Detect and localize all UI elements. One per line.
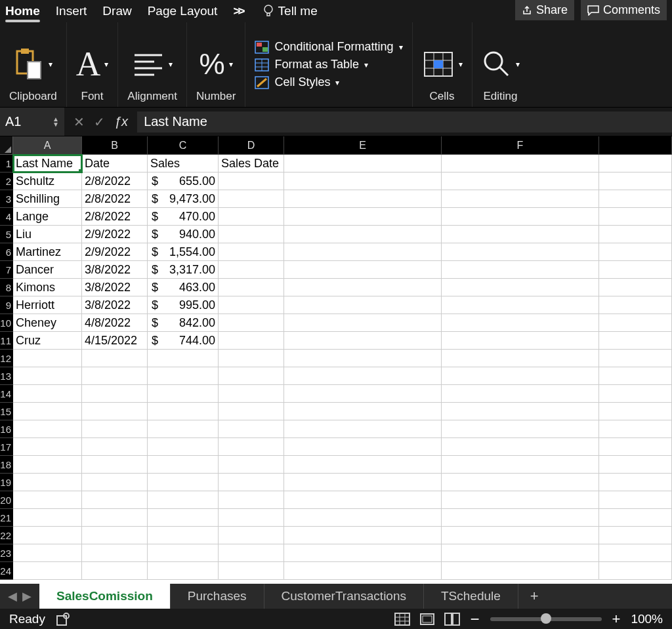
cell[interactable]: [599, 350, 672, 367]
cell[interactable]: [219, 261, 284, 279]
conditional-formatting-button[interactable]: Conditional Formatting ▾: [255, 40, 402, 54]
row-header[interactable]: 7: [0, 261, 13, 279]
cell[interactable]: [442, 403, 599, 420]
cell[interactable]: [148, 385, 219, 403]
cell[interactable]: [13, 367, 82, 385]
cell[interactable]: [284, 367, 442, 385]
cell[interactable]: [284, 474, 442, 491]
cell[interactable]: 3/8/2022: [82, 296, 148, 314]
cell[interactable]: [148, 491, 219, 509]
cell[interactable]: [599, 385, 672, 403]
cell[interactable]: $470.00: [148, 208, 219, 226]
cell[interactable]: [284, 226, 442, 243]
cell[interactable]: [13, 562, 82, 580]
row-header[interactable]: 21: [0, 509, 13, 527]
cells-button[interactable]: ▾: [422, 41, 463, 87]
row-header[interactable]: 19: [0, 474, 13, 491]
cell[interactable]: [148, 509, 219, 527]
cell[interactable]: [284, 172, 442, 190]
cell[interactable]: 3/8/2022: [82, 261, 148, 279]
cell[interactable]: [82, 527, 148, 544]
zoom-slider[interactable]: [490, 617, 602, 621]
cell[interactable]: [219, 314, 284, 332]
cell[interactable]: [219, 243, 284, 261]
cell[interactable]: [442, 456, 599, 474]
cell[interactable]: [82, 491, 148, 509]
row-header[interactable]: 10: [0, 314, 13, 332]
cells-area[interactable]: Last NameDateSalesSales DateSchultz2/8/2…: [13, 155, 672, 580]
cell[interactable]: [284, 420, 442, 438]
row-header[interactable]: 12: [0, 350, 13, 367]
cell[interactable]: [82, 367, 148, 385]
cell[interactable]: [219, 367, 284, 385]
font-button[interactable]: A ▾: [76, 41, 109, 87]
cell[interactable]: 4/8/2022: [82, 314, 148, 332]
cell[interactable]: [82, 509, 148, 527]
cell[interactable]: [442, 527, 599, 544]
row-header[interactable]: 23: [0, 544, 13, 562]
cell[interactable]: [13, 456, 82, 474]
cell[interactable]: [219, 332, 284, 350]
row-header[interactable]: 1: [0, 155, 13, 172]
cell[interactable]: 2/9/2022: [82, 243, 148, 261]
cell[interactable]: [219, 403, 284, 420]
fx-icon[interactable]: ƒx: [114, 114, 128, 129]
cell[interactable]: [13, 385, 82, 403]
cell[interactable]: [284, 296, 442, 314]
sheet-nav-prev[interactable]: ◀: [8, 589, 17, 603]
cell[interactable]: Sales Date: [219, 155, 284, 172]
row-header[interactable]: 15: [0, 403, 13, 420]
cell[interactable]: [219, 509, 284, 527]
cell[interactable]: [82, 350, 148, 367]
cell[interactable]: [599, 279, 672, 296]
cell[interactable]: [442, 438, 599, 456]
cell[interactable]: [219, 456, 284, 474]
view-pagelayout-icon[interactable]: [419, 613, 435, 626]
tab-home[interactable]: Home: [5, 4, 40, 22]
cell[interactable]: [599, 527, 672, 544]
cell[interactable]: [284, 350, 442, 367]
share-button[interactable]: Share: [515, 0, 574, 20]
col-header-E[interactable]: E: [284, 136, 442, 154]
comments-button[interactable]: Comments: [581, 0, 667, 20]
cell[interactable]: [442, 296, 599, 314]
row-header[interactable]: 14: [0, 385, 13, 403]
cell[interactable]: [284, 509, 442, 527]
cell[interactable]: [82, 562, 148, 580]
cell[interactable]: [82, 420, 148, 438]
cell[interactable]: [148, 403, 219, 420]
cell[interactable]: [442, 562, 599, 580]
cell[interactable]: [284, 544, 442, 562]
cell[interactable]: [284, 314, 442, 332]
cell[interactable]: [442, 491, 599, 509]
row-header[interactable]: 5: [0, 226, 13, 243]
cell[interactable]: [599, 332, 672, 350]
cell[interactable]: Date: [82, 155, 148, 172]
cell[interactable]: $655.00: [148, 172, 219, 190]
cell[interactable]: [599, 456, 672, 474]
col-header-D[interactable]: D: [219, 136, 284, 154]
cell[interactable]: Liu: [13, 226, 82, 243]
cell[interactable]: [219, 226, 284, 243]
cell[interactable]: [442, 190, 599, 208]
cell[interactable]: [82, 385, 148, 403]
tabs-overflow[interactable]: >>: [233, 4, 246, 22]
cell[interactable]: [219, 296, 284, 314]
cell[interactable]: 4/15/2022: [82, 332, 148, 350]
cell[interactable]: [148, 438, 219, 456]
cell[interactable]: [442, 208, 599, 226]
name-box[interactable]: A1 ▲▼: [0, 108, 64, 136]
cell[interactable]: Martinez: [13, 243, 82, 261]
sheet-tab-customertransactions[interactable]: CustomerTransactions: [264, 584, 423, 609]
cell[interactable]: [148, 474, 219, 491]
cell[interactable]: [219, 190, 284, 208]
row-header[interactable]: 20: [0, 491, 13, 509]
tab-insert[interactable]: Insert: [56, 4, 87, 22]
cell[interactable]: [284, 155, 442, 172]
col-header-A[interactable]: A: [13, 136, 82, 154]
number-button[interactable]: % ▾: [200, 41, 233, 87]
view-pagebreak-icon[interactable]: [444, 613, 460, 626]
format-as-table-button[interactable]: Format as Table ▾: [255, 58, 402, 71]
cell[interactable]: [442, 172, 599, 190]
cell[interactable]: $995.00: [148, 296, 219, 314]
